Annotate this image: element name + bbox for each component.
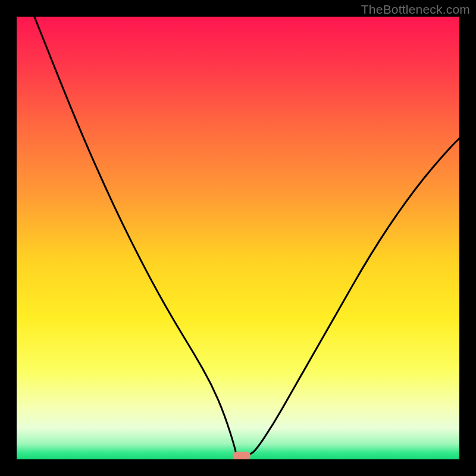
watermark-text: TheBottleneck.com — [361, 2, 470, 17]
bottleneck-curve — [17, 17, 459, 459]
chart-frame: TheBottleneck.com — [0, 0, 476, 476]
optimal-point-marker — [233, 452, 250, 459]
plot-area — [17, 17, 459, 459]
